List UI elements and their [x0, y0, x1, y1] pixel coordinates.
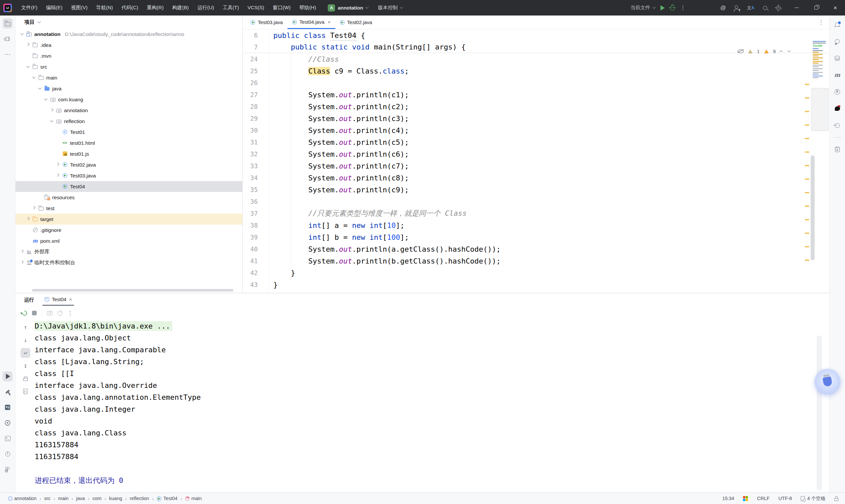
search-everywhere-icon[interactable] — [763, 6, 767, 10]
rerun-button[interactable] — [21, 309, 28, 316]
code-line-6[interactable]: 6public class Test04 { — [243, 29, 829, 41]
chevron-right-icon[interactable] — [55, 175, 60, 176]
line-number[interactable]: 36 — [243, 198, 258, 205]
tree-item-test03.java[interactable]: Test03.java — [16, 170, 242, 181]
memory-snapshot-icon[interactable] — [47, 311, 52, 315]
tree-item-test02.java[interactable]: Test02.java — [16, 159, 242, 170]
line-number[interactable]: 38 — [243, 222, 258, 229]
plugin-x-button[interactable] — [832, 87, 842, 97]
code-line-38[interactable]: 38 int[] a = new int[10]; — [243, 219, 829, 231]
tree-item-pom.xml[interactable]: mpom.xml — [16, 235, 242, 246]
inspections-eye-icon[interactable] — [738, 50, 744, 53]
tree-item-java[interactable]: java — [16, 83, 242, 94]
debug-button[interactable] — [670, 5, 675, 11]
tab-test04-java[interactable]: Test04.java× — [287, 16, 335, 29]
tree-item-resources[interactable]: resources — [16, 192, 242, 203]
tree-item----[interactable]: 外部库 — [16, 246, 242, 257]
menu-t[interactable]: 工具(T) — [219, 3, 242, 13]
code-line-24[interactable]: 24 //Class — [243, 53, 829, 65]
breadcrumb-reflection[interactable]: reflection — [130, 496, 149, 501]
chevron-down-icon[interactable] — [37, 88, 42, 89]
more-tool-button[interactable]: ⋯ — [3, 50, 13, 59]
translate-icon[interactable]: 文A — [747, 5, 754, 11]
tree-item-test01.html[interactable]: <>test01.html — [16, 138, 242, 148]
settings-gear-icon[interactable] — [776, 6, 781, 10]
tab-test03-java[interactable]: Test03.java — [246, 16, 287, 29]
chevron-right-icon[interactable] — [31, 208, 36, 209]
database-button[interactable] — [832, 53, 842, 63]
menu-h[interactable]: 帮助(H) — [296, 3, 319, 13]
code-line-37[interactable]: 37 //只要元素类型与维度一样，就是同一个 Class — [243, 208, 829, 219]
line-number[interactable]: 27 — [243, 91, 258, 98]
run-tab-test04[interactable]: Test04 × — [42, 296, 74, 306]
line-number[interactable]: 6 — [243, 32, 258, 39]
tree-item-.gitignore[interactable]: .gitignore — [16, 224, 242, 235]
problems-tool-button[interactable] — [3, 449, 13, 459]
menu-f[interactable]: 文件(F) — [18, 3, 40, 13]
next-issue-icon[interactable] — [788, 49, 791, 52]
code-line-42[interactable]: 42 } — [243, 267, 829, 279]
profiler-icon[interactable] — [57, 311, 63, 316]
tab-test02-java[interactable]: Test02.java — [335, 16, 377, 29]
tree-item-test01.js[interactable]: test01.js — [16, 148, 242, 159]
chevron-right-icon[interactable] — [49, 110, 54, 111]
editor-scrollbar[interactable] — [811, 155, 815, 260]
code-line-43[interactable]: 43} — [243, 279, 829, 291]
tree-item-com.kuang[interactable]: com.kuang — [16, 94, 242, 105]
menu-u[interactable]: 运行(U) — [194, 3, 217, 13]
soft-wrap-icon[interactable]: ↩ — [20, 348, 30, 358]
menu-w[interactable]: 窗口(W) — [269, 3, 294, 13]
code-line-32[interactable]: 32 System.out.println(c6); — [243, 148, 829, 160]
tree-item-reflection[interactable]: reflection — [16, 116, 242, 127]
line-number[interactable]: 28 — [243, 103, 258, 110]
code-line-33[interactable]: 33 System.out.println(c7); — [243, 160, 829, 172]
structure-tool-button[interactable] — [3, 34, 13, 44]
clear-all-icon[interactable] — [20, 386, 30, 396]
maximize-button[interactable] — [814, 6, 818, 10]
line-number[interactable]: 26 — [243, 79, 258, 86]
line-number[interactable]: 35 — [243, 186, 258, 193]
code-line-28[interactable]: 28 System.out.println(c2); — [243, 101, 829, 112]
chevron-right-icon[interactable] — [25, 219, 30, 220]
code-line-41[interactable]: 41 System.out.println(b.getClass().hashC… — [243, 255, 829, 267]
chevron-right-icon[interactable] — [19, 262, 24, 263]
line-number[interactable]: 42 — [243, 269, 258, 276]
tree-item-test[interactable]: test — [16, 203, 242, 214]
code-editor[interactable]: 6public class Test04 {7 public static vo… — [243, 29, 829, 293]
tree-item-.idea[interactable]: .idea — [16, 40, 242, 51]
print-icon[interactable] — [20, 374, 30, 384]
encoding-widget[interactable]: UTF-8 — [778, 496, 792, 501]
line-number[interactable]: 40 — [243, 246, 258, 253]
maven-button[interactable]: m — [832, 70, 842, 80]
code-line-29[interactable]: 29 System.out.println(c3); — [243, 112, 829, 124]
code-line-35[interactable]: 35 System.out.println(c9); — [243, 184, 829, 196]
indent-widget[interactable]: 4 个空格 — [801, 496, 826, 502]
remote-button[interactable] — [832, 120, 842, 130]
code-with-me-icon[interactable]: @ — [720, 5, 726, 11]
line-number[interactable]: 34 — [243, 174, 258, 181]
scroll-to-end-icon[interactable]: ↧ — [20, 361, 30, 371]
line-number[interactable]: 41 — [243, 257, 258, 265]
previous-issue-icon[interactable] — [780, 51, 783, 54]
breadcrumb-main[interactable]: main — [185, 496, 202, 501]
breadcrumb-main[interactable]: main — [58, 496, 68, 501]
tree-item---------[interactable]: 临时文件和控制台 — [16, 257, 242, 268]
close-button[interactable]: × — [833, 6, 837, 10]
up-stacktrace-icon[interactable]: ↑ — [20, 322, 30, 332]
readonly-lock-icon[interactable] — [834, 498, 839, 501]
code-line-34[interactable]: 34 System.out.println(c8); — [243, 172, 829, 184]
menu-n[interactable]: 导航(N) — [93, 3, 116, 13]
excel-tool-button[interactable] — [3, 402, 13, 412]
chevron-right-icon[interactable] — [19, 251, 24, 252]
breadcrumb-annotation[interactable]: annotation — [8, 496, 37, 501]
services-tool-button[interactable] — [3, 418, 13, 428]
line-number[interactable]: 24 — [243, 55, 258, 63]
line-number[interactable]: 31 — [243, 139, 258, 146]
menu-v[interactable]: 视图(V) — [68, 3, 91, 13]
tree-item-test04[interactable]: Test04 — [16, 181, 242, 192]
menu-r[interactable]: 重构(R) — [144, 3, 167, 13]
close-icon[interactable]: × — [69, 296, 72, 302]
windows-ime-icon[interactable] — [743, 496, 748, 501]
code-line-30[interactable]: 30 System.out.println(c4); — [243, 124, 829, 136]
code-line-31[interactable]: 31 System.out.println(c5); — [243, 136, 829, 148]
